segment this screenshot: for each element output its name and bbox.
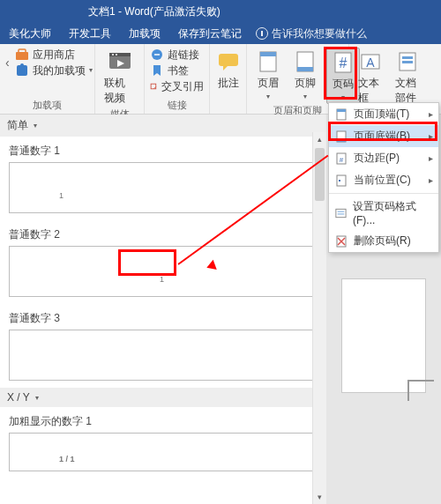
group-links-label: 链接 — [150, 99, 204, 114]
menu-page-top[interactable]: 页面顶端(T) ▸ — [329, 103, 438, 125]
group-comments-label — [215, 112, 241, 114]
group-links: 超链接 书签 交叉引用 链接 — [145, 44, 210, 114]
svg-point-7 — [116, 54, 117, 56]
hyperlink-button[interactable]: 超链接 — [150, 48, 204, 62]
svg-rect-27 — [337, 139, 346, 142]
page-bottom-icon — [334, 130, 348, 144]
gallery-item-label: 普通数字 1 — [0, 137, 326, 162]
gallery-header-xy: X / Y ▾ — [0, 388, 326, 407]
header-button[interactable]: 页眉▾ — [252, 48, 284, 104]
menu-label: 页面底端(B) — [354, 129, 410, 144]
footer-icon — [293, 49, 318, 74]
gallery-scrollbar[interactable]: ▴ ▾ — [312, 132, 326, 504]
chevron-down-icon: ▾ — [341, 93, 345, 101]
page-margins-icon: # — [334, 152, 348, 166]
svg-rect-23 — [402, 61, 413, 63]
chevron-down-icon: ▾ — [34, 122, 37, 130]
my-addins-button[interactable]: 我的加载项 ▾ — [15, 63, 93, 78]
svg-rect-25 — [337, 109, 346, 112]
gallery-xy-label: X / Y — [7, 391, 30, 404]
scroll-down-icon[interactable]: ▾ — [313, 490, 326, 504]
menu-separator — [329, 193, 438, 194]
link-icon — [150, 48, 164, 62]
svg-rect-11 — [219, 54, 238, 66]
chevron-down-icon: ▾ — [303, 93, 307, 100]
svg-text:A: A — [366, 56, 375, 70]
chevron-down-icon: ▾ — [89, 63, 93, 78]
menu-label: 删除页码(R) — [354, 233, 411, 248]
tab-save-cloud[interactable]: 保存到云笔记 — [169, 23, 250, 44]
tab-beautify[interactable]: 美化大师 — [0, 23, 60, 44]
chevron-right-icon: ▸ — [429, 131, 433, 141]
menu-page-margins[interactable]: # 页边距(P) ▸ — [329, 147, 438, 169]
chevron-right-icon: ▸ — [429, 175, 433, 185]
svg-rect-14 — [260, 52, 276, 56]
footer-label: 页脚 — [295, 76, 316, 91]
chevron-down-icon: ▾ — [266, 93, 270, 100]
group-media: 联机视频 媒体 — [95, 44, 145, 114]
svg-point-3 — [20, 63, 24, 67]
page-number-sample: 1 — [160, 275, 164, 284]
hyperlink-label: 超链接 — [168, 48, 199, 62]
menu-current-position[interactable]: 当前位置(C) ▸ — [329, 169, 438, 191]
tell-me[interactable]: 告诉我你想要做什么 — [256, 26, 367, 41]
gallery-preview-2[interactable]: 1 — [9, 246, 318, 297]
menu-format-page-number[interactable]: 设置页码格式(F)... — [329, 196, 438, 230]
crop-mark — [407, 380, 434, 401]
parts-label: 文档部件 — [395, 76, 420, 106]
menu-remove-page-number[interactable]: 删除页码(R) — [329, 230, 438, 252]
cross-ref-button[interactable]: 交叉引用 — [150, 79, 204, 93]
chevron-right-icon: ▸ — [429, 153, 433, 163]
chevron-right-icon: ▸ — [429, 109, 433, 119]
svg-text:#: # — [340, 156, 344, 164]
lightbulb-icon — [256, 27, 268, 40]
group-comments: 批注 — [210, 44, 247, 114]
textbox-icon: A — [358, 49, 383, 74]
gallery-preview-bold1[interactable]: 1 / 1 — [9, 433, 318, 471]
chevron-left-icon[interactable]: ‹ — [5, 56, 10, 70]
app-store-button[interactable]: 应用商店 — [15, 48, 93, 62]
document-page[interactable] — [341, 278, 426, 393]
puzzle-icon — [15, 63, 29, 78]
my-addins-label: 我的加载项 — [33, 63, 86, 78]
gallery-preview-3[interactable] — [9, 330, 318, 381]
svg-rect-31 — [339, 180, 340, 182]
menu-page-bottom[interactable]: 页面底端(B) ▸ — [329, 125, 438, 147]
scroll-thumb[interactable] — [315, 148, 325, 201]
svg-rect-30 — [337, 175, 346, 186]
cross-ref-label: 交叉引用 — [161, 79, 204, 93]
bookmark-button[interactable]: 书签 — [150, 63, 204, 78]
gallery-item-label: 普通数字 3 — [0, 304, 326, 330]
menu-label: 页面顶端(T) — [354, 107, 409, 122]
menu-label: 当前位置(C) — [354, 173, 411, 188]
menu-label: 设置页码格式(F)... — [353, 199, 433, 226]
footer-button[interactable]: 页脚▾ — [289, 48, 321, 104]
pagenum-gallery: 简单 ▾ 普通数字 1 1 普通数字 2 1 普通数字 3 X / Y ▾ 加粗… — [0, 115, 326, 504]
svg-rect-16 — [297, 67, 313, 71]
chevron-down-icon: ▾ — [35, 394, 39, 402]
remove-icon — [334, 234, 348, 248]
tell-me-label: 告诉我你想要做什么 — [272, 26, 367, 41]
comment-label: 批注 — [218, 76, 239, 91]
gallery-header-simple: 简单 ▾ — [0, 115, 326, 137]
bookmark-icon — [150, 63, 164, 78]
comment-icon — [216, 49, 241, 74]
comment-button[interactable]: 批注 — [213, 48, 244, 93]
app-store-label: 应用商店 — [33, 48, 75, 62]
window-title: 文档1 - Word(产品激活失败) — [88, 4, 220, 19]
parts-icon — [395, 49, 420, 74]
online-video-button[interactable]: 联机视频 — [101, 48, 138, 107]
crossref-icon — [150, 79, 158, 93]
svg-rect-32 — [336, 209, 346, 217]
tab-developer[interactable]: 开发工具 — [60, 23, 120, 44]
menu-label: 页边距(P) — [354, 151, 400, 166]
header-icon — [256, 49, 280, 74]
gallery-preview-1[interactable]: 1 — [9, 162, 318, 213]
svg-text:#: # — [340, 56, 348, 70]
tab-addins[interactable]: 加载项 — [120, 23, 169, 44]
store-icon — [15, 48, 29, 62]
video-icon — [108, 49, 132, 74]
scroll-up-icon[interactable]: ▴ — [313, 132, 326, 146]
current-pos-icon — [334, 174, 348, 188]
svg-rect-1 — [19, 49, 26, 53]
